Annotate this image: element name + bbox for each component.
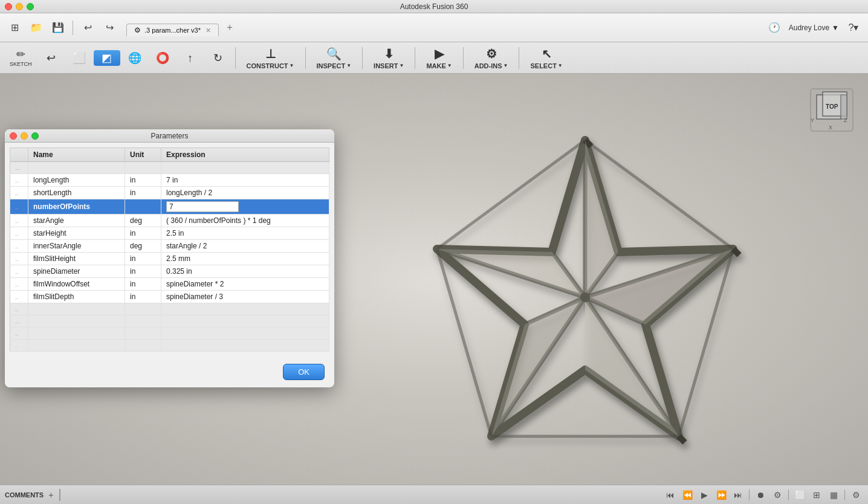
param-expression[interactable]: spineDiameter / 3 <box>161 291 329 303</box>
status-bar: COMMENTS + ⏮ ⏪ ▶ ⏩ ⏭ ⏺ ⚙ ⬜ ⊞ ▦ ⚙ <box>0 485 868 504</box>
row-drag: .. <box>10 265 28 278</box>
param-name[interactable]: starAngle <box>28 215 125 227</box>
addins-menu[interactable]: ⚙ ADD-INS ▼ <box>467 44 516 72</box>
playback-next-btn[interactable]: ⏩ <box>714 488 728 502</box>
param-unit <box>125 199 161 215</box>
tab-close-button[interactable]: ✕ <box>206 27 211 34</box>
settings-gear-btn[interactable]: ⚙ <box>849 488 863 502</box>
group-unit <box>125 328 161 340</box>
param-expression[interactable]: 2.5 in <box>161 227 329 240</box>
return-icon: ↩ <box>47 53 56 63</box>
user-dropdown-icon: ▼ <box>832 24 839 32</box>
revolve-btn[interactable]: ↻ <box>205 50 232 66</box>
maximize-button[interactable] <box>27 3 34 10</box>
user-info[interactable]: Audrey Love ▼ <box>789 24 839 32</box>
dialog-maximize-btn[interactable] <box>31 132 39 140</box>
extrude-btn[interactable]: ↑ <box>177 50 204 66</box>
new-tab-button[interactable]: ＋ <box>220 19 239 36</box>
sketch-btn[interactable]: ✏ SKETCH <box>5 47 37 69</box>
playback-end-btn[interactable]: ⏭ <box>731 488 745 502</box>
group-drag: ... <box>10 315 28 328</box>
active-tab[interactable]: ⚙ .3 param...cher v3* ✕ <box>126 24 219 36</box>
inspect-icon: 🔍 <box>326 47 342 61</box>
row-drag: .. <box>10 215 28 227</box>
main-toolbar: ⊞ 📁 💾 ↩ ↪ ⚙ .3 param...cher v3* ✕ ＋ 🕐 Au… <box>0 13 868 42</box>
status-divider-3 <box>788 489 789 500</box>
param-expression[interactable]: 2.5 mm <box>161 253 329 265</box>
insert-menu[interactable]: ⬇ INSERT ▼ <box>366 44 411 72</box>
add-comment-button[interactable]: + <box>48 490 53 500</box>
param-unit: in <box>125 187 161 199</box>
addins-icon: ⚙ <box>486 47 497 61</box>
axis-cube[interactable]: TOP Z Y X <box>808 86 856 134</box>
inspect-menu[interactable]: 🔍 INSPECT ▼ <box>309 44 359 72</box>
undo-button[interactable]: ↩ <box>78 18 97 37</box>
minimize-button[interactable] <box>16 3 23 10</box>
playback-start-btn[interactable]: ⏮ <box>663 488 678 502</box>
group-name <box>28 340 125 352</box>
comments-panel[interactable]: COMMENTS <box>5 491 44 499</box>
help-button[interactable]: ?▾ <box>844 18 863 37</box>
history-button[interactable]: 🕐 <box>765 18 784 37</box>
ok-button[interactable]: OK <box>283 364 325 380</box>
select-label: SELECT <box>530 62 556 69</box>
redo-button[interactable]: ↪ <box>100 18 119 37</box>
param-expression[interactable]: starAngle / 2 <box>161 240 329 253</box>
param-name[interactable]: innerStarAngle <box>28 240 125 253</box>
param-expression[interactable]: 7 in <box>161 174 329 187</box>
view-btn-2[interactable]: ⊞ <box>809 488 824 502</box>
active-tool-btn[interactable]: ◩ <box>94 50 120 66</box>
playback-play-btn[interactable]: ▶ <box>697 488 711 502</box>
cylinder-btn[interactable]: ⭕ <box>149 50 176 66</box>
param-name[interactable]: filmSlitHeight <box>28 253 125 265</box>
param-expression[interactable] <box>161 199 329 215</box>
param-name[interactable]: numberOfPoints <box>28 199 125 215</box>
box-btn[interactable]: ⬜ <box>66 50 92 66</box>
sphere-btn[interactable]: 🌐 <box>121 50 148 66</box>
parameters-dialog[interactable]: Parameters Name Unit Expression ... <box>5 129 334 387</box>
group-drag: ... <box>10 162 28 174</box>
construct-menu[interactable]: ⊥ CONSTRUCT ▼ <box>239 44 302 72</box>
expression-input[interactable] <box>166 201 239 212</box>
file-button[interactable]: 📁 <box>27 18 46 37</box>
view-btn-3[interactable]: ▦ <box>826 488 841 502</box>
param-name[interactable]: longLength <box>28 174 125 187</box>
dialog-titlebar[interactable]: Parameters <box>5 129 334 143</box>
param-expression[interactable]: longLength / 2 <box>161 187 329 199</box>
main-content: TOP Z Y X Parameters <box>0 74 868 485</box>
cylinder-icon: ⭕ <box>156 53 169 63</box>
group-expr <box>161 340 329 352</box>
dialog-minimize-btn[interactable] <box>21 132 28 140</box>
param-expression[interactable]: 0.325 in <box>161 265 329 278</box>
group-expr <box>161 315 329 328</box>
make-menu[interactable]: ▶ MAKE ▼ <box>419 44 459 72</box>
dialog-close-btn[interactable] <box>10 132 17 140</box>
param-name[interactable]: filmWindowOffset <box>28 278 125 291</box>
make-icon: ▶ <box>435 47 444 61</box>
construct-label: CONSTRUCT <box>247 62 288 69</box>
timeline-record-btn[interactable]: ⏺ <box>753 488 768 502</box>
group-name <box>28 303 125 315</box>
param-name[interactable]: starHeight <box>28 227 125 240</box>
inspect-label: INSPECT <box>317 62 346 69</box>
param-unit: in <box>125 174 161 187</box>
param-expression[interactable]: ( 360 / numberOfPoints ) * 1 deg <box>161 215 329 227</box>
param-expression[interactable]: spineDiameter * 2 <box>161 278 329 291</box>
return-btn[interactable]: ↩ <box>38 50 65 66</box>
param-name[interactable]: filmSlitDepth <box>28 291 125 303</box>
param-unit: in <box>125 253 161 265</box>
save-button[interactable]: 💾 <box>48 18 68 37</box>
timeline-settings-btn[interactable]: ⚙ <box>770 488 785 502</box>
user-name: Audrey Love <box>789 24 829 32</box>
close-button[interactable] <box>5 3 12 10</box>
grid-button[interactable]: ⊞ <box>5 18 24 37</box>
view-btn-1[interactable]: ⬜ <box>792 488 807 502</box>
select-menu[interactable]: ↖ SELECT ▼ <box>523 44 569 72</box>
group-unit <box>125 315 161 328</box>
toolbar-right: 🕐 Audrey Love ▼ ?▾ <box>765 18 863 37</box>
param-name[interactable]: spineDiameter <box>28 265 125 278</box>
playback-prev-btn[interactable]: ⏪ <box>680 488 695 502</box>
group-unit <box>125 162 161 174</box>
param-name[interactable]: shortLength <box>28 187 125 199</box>
group-name <box>28 328 125 340</box>
